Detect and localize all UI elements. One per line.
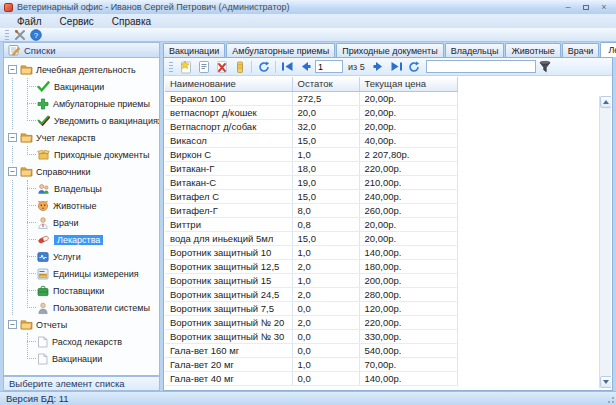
collapse-icon[interactable]: −	[8, 65, 17, 74]
table-row[interactable]: Гала-вет 20 мг 1,0 70,00р.	[165, 357, 457, 371]
cell-stock[interactable]: 272,5	[292, 91, 359, 105]
filter-funnel-icon[interactable]	[537, 59, 554, 75]
tree-node-medical-activity[interactable]: − Лечебная деятельность	[7, 61, 159, 78]
cell-stock[interactable]: 1,0	[292, 357, 359, 371]
table-row[interactable]: Гала-вет 160 мг 0,0 540,00р.	[165, 343, 457, 357]
cell-price[interactable]: 180,00р.	[359, 259, 457, 273]
cell-name[interactable]: Викасол	[165, 133, 292, 147]
cell-stock[interactable]: 2,0	[292, 259, 359, 273]
tab-animals[interactable]: Животные	[505, 43, 560, 57]
cell-price[interactable]: 210,00р.	[359, 175, 457, 189]
cell-name[interactable]: Воротник защитный 12,5	[165, 259, 292, 273]
tree-item-owners[interactable]: Владельцы	[21, 180, 159, 197]
table-row[interactable]: Воротник защитный 24,5 2,0 280,00р.	[165, 287, 457, 301]
tab-outpatient-visits[interactable]: Амбулаторные приемы	[226, 43, 335, 57]
tree-item-outpatient-visits[interactable]: Амбулаторные приемы	[21, 95, 159, 112]
tree-node-directories[interactable]: − Справочники	[7, 163, 159, 180]
settings-tools-icon[interactable]	[12, 28, 28, 41]
cell-price[interactable]: 120,00р.	[359, 301, 457, 315]
cell-name[interactable]: Гала-вет 40 мг	[165, 371, 292, 385]
tree-item-animals[interactable]: Животные	[21, 197, 159, 214]
table-row[interactable]: Витакан-Г 18,0 220,00р.	[165, 161, 457, 175]
refresh-icon[interactable]	[255, 59, 272, 75]
cell-price[interactable]: 20,00р.	[359, 231, 457, 245]
tree-item-suppliers[interactable]: Поставщики	[21, 282, 159, 299]
cell-name[interactable]: Витафел-Г	[165, 203, 292, 217]
cell-price[interactable]: 330,00р.	[359, 329, 457, 343]
cell-price[interactable]: 20,00р.	[359, 119, 457, 133]
table-row[interactable]: Виттри 0,8 20,00р.	[165, 217, 457, 231]
cell-stock[interactable]: 2,0	[292, 315, 359, 329]
cell-name[interactable]: Виттри	[165, 217, 292, 231]
cell-stock[interactable]: 0,0	[292, 301, 359, 315]
tree-item-notify-vaccinations[interactable]: Уведомить о вакцинациях	[21, 112, 159, 129]
scroll-down-icon[interactable]	[600, 376, 611, 388]
table-row[interactable]: Витафел-Г 8,0 260,00р.	[165, 203, 457, 217]
cell-name[interactable]: вода для иньекций 5мл	[165, 231, 292, 245]
table-row[interactable]: Воротник защитный 12,5 2,0 180,00р.	[165, 259, 457, 273]
cell-name[interactable]: Воротник защитный 10	[165, 245, 292, 259]
table-row[interactable]: Витафел С 15,0 240,00р.	[165, 189, 457, 203]
cell-name[interactable]: ветпаспорт д/кошек	[165, 105, 292, 119]
cell-stock[interactable]: 32,0	[292, 119, 359, 133]
table-row[interactable]: Воротник защитный 15 1,0 200,00р.	[165, 273, 457, 287]
delete-record-icon[interactable]	[213, 59, 230, 75]
cell-price[interactable]: 220,00р.	[359, 161, 457, 175]
tree-node-drug-accounting[interactable]: − Учет лекарств	[7, 129, 159, 146]
cell-stock[interactable]: 1,0	[292, 273, 359, 287]
cell-price[interactable]: 220,00р.	[359, 315, 457, 329]
cell-name[interactable]: Воротник защитный 24,5	[165, 287, 292, 301]
tab-vaccinations[interactable]: Вакцинации	[163, 43, 225, 57]
last-page-icon[interactable]	[388, 59, 405, 75]
column-chooser-icon[interactable]	[231, 59, 248, 75]
table-row[interactable]: Гала-вет 40 мг 0,0 140,00р.	[165, 371, 457, 385]
maximize-icon[interactable]	[580, 2, 592, 12]
collapse-icon[interactable]: −	[8, 167, 17, 176]
cell-stock[interactable]: 15,0	[292, 133, 359, 147]
cell-name[interactable]: Воротник защитный № 30	[165, 329, 292, 343]
cell-name[interactable]: Гала-вет 160 мг	[165, 343, 292, 357]
menu-help[interactable]: Справка	[103, 14, 160, 28]
table-row[interactable]: Веракол 100 272,5 20,00р.	[165, 91, 457, 105]
scroll-up-icon[interactable]	[600, 96, 611, 108]
cell-name[interactable]: Витакан-Г	[165, 161, 292, 175]
edit-record-icon[interactable]	[195, 59, 212, 75]
cell-price[interactable]: 20,00р.	[359, 217, 457, 231]
table-row[interactable]: Воротник защитный 7,5 0,0 120,00р.	[165, 301, 457, 315]
tree-item-drug-consumption-report[interactable]: Расход лекарств	[21, 333, 159, 350]
collapse-icon[interactable]: −	[8, 320, 17, 329]
first-page-icon[interactable]	[279, 59, 296, 75]
table-row[interactable]: Воротник защитный 10 1,0 140,00р.	[165, 245, 457, 259]
cell-price[interactable]: 200,00р.	[359, 273, 457, 287]
cell-stock[interactable]: 18,0	[292, 161, 359, 175]
cell-price[interactable]: 40,00р.	[359, 133, 457, 147]
table-row[interactable]: Воротник защитный № 20 2,0 220,00р.	[165, 315, 457, 329]
cell-stock[interactable]: 1,0	[292, 147, 359, 161]
cell-price[interactable]: 20,00р.	[359, 91, 457, 105]
menu-service[interactable]: Сервис	[51, 14, 103, 28]
next-page-icon[interactable]	[370, 59, 387, 75]
tree-item-services[interactable]: Услуги	[21, 248, 159, 265]
tree-item-incoming-documents[interactable]: Приходные документы	[21, 146, 159, 163]
collapse-icon[interactable]: −	[8, 133, 17, 142]
minimize-icon[interactable]: –	[562, 2, 574, 12]
table-row[interactable]: вода для иньекций 5мл 15,0 20,00р.	[165, 231, 457, 245]
cell-name[interactable]: Ветпаспорт д/собак	[165, 119, 292, 133]
tree-node-reports[interactable]: − Отчеты	[7, 316, 159, 333]
close-icon[interactable]: ×	[598, 2, 610, 12]
new-record-icon[interactable]	[177, 59, 194, 75]
tab-incoming-documents[interactable]: Приходные документы	[336, 43, 443, 57]
tree-item-vaccinations[interactable]: Вакцинации	[21, 78, 159, 95]
cell-stock[interactable]: 19,0	[292, 175, 359, 189]
cell-price[interactable]: 260,00р.	[359, 203, 457, 217]
cell-stock[interactable]: 0,8	[292, 217, 359, 231]
cell-name[interactable]: Витафел С	[165, 189, 292, 203]
cell-price[interactable]: 280,00р.	[359, 287, 457, 301]
cell-price[interactable]: 70,00р.	[359, 357, 457, 371]
page-number-input[interactable]	[315, 60, 343, 73]
table-row[interactable]: Викасол 15,0 40,00р.	[165, 133, 457, 147]
cell-price[interactable]: 140,00р.	[359, 371, 457, 385]
cell-name[interactable]: Виркон С	[165, 147, 292, 161]
table-row[interactable]: Ветпаспорт д/собак 32,0 20,00р.	[165, 119, 457, 133]
cell-stock[interactable]: 8,0	[292, 203, 359, 217]
